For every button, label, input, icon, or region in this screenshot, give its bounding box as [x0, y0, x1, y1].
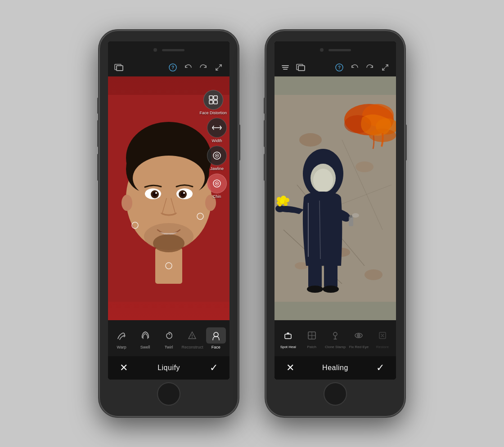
cancel-button-left[interactable]: ✕	[117, 361, 130, 375]
expand-icon[interactable]	[212, 61, 225, 74]
svg-point-31	[153, 234, 184, 252]
twirl-label: Twirl	[165, 345, 173, 349]
svg-point-19	[147, 135, 163, 152]
svg-text:?: ?	[171, 65, 174, 70]
swell-label: Swell	[140, 345, 150, 349]
liquify-title: Liquify	[158, 364, 180, 372]
restore-icon[interactable]	[373, 327, 392, 344]
patch-label: Patch	[307, 345, 316, 349]
svg-rect-37	[209, 96, 213, 99]
jawline-item[interactable]: Jawline	[207, 146, 227, 171]
action-bar-left: ✕ Liquify ✓	[108, 356, 230, 380]
svg-point-32	[122, 195, 132, 211]
width-item[interactable]: Width	[207, 118, 227, 143]
svg-rect-38	[214, 96, 217, 99]
toolbar-right: ?	[274, 58, 396, 76]
svg-point-103	[358, 335, 360, 336]
reconstruct-label: Reconstruct	[181, 345, 203, 349]
svg-point-21	[133, 156, 205, 201]
expand-icon-right[interactable]	[379, 61, 392, 74]
swell-tool[interactable]: Swell	[133, 327, 157, 349]
help-icon[interactable]: ?	[166, 61, 179, 74]
undo-icon-right[interactable]	[348, 61, 361, 74]
svg-point-100	[333, 332, 337, 336]
volume-up-button-right[interactable]	[264, 120, 266, 147]
fix-red-eye-tool[interactable]: Fix Red Eye	[347, 327, 370, 349]
graffiti-photo	[274, 76, 396, 320]
redo-icon-right[interactable]	[364, 61, 376, 74]
speaker-right	[328, 49, 351, 51]
healing-title: Healing	[322, 364, 348, 372]
tools-row: Warp Swell	[108, 320, 230, 356]
power-button-right[interactable]	[405, 125, 407, 161]
width-button[interactable]	[207, 118, 227, 138]
chin-label: Chin	[213, 194, 221, 199]
svg-rect-1	[117, 66, 123, 71]
svg-point-29	[183, 192, 185, 194]
face-label: Face	[212, 345, 220, 349]
face-photo: Face Distortion Width	[108, 76, 230, 320]
confirm-button-right[interactable]: ✓	[374, 361, 387, 375]
camera-icon-right	[320, 48, 324, 52]
chin-item[interactable]: Chin	[207, 174, 227, 199]
screen-right: ?	[274, 41, 396, 380]
clone-stamp-tool[interactable]: Clone Stamp	[324, 327, 347, 349]
face-distortion-label: Face Distortion	[199, 111, 227, 115]
power-button[interactable]	[238, 125, 240, 161]
restore-tool[interactable]: Restore	[371, 327, 394, 349]
width-label: Width	[212, 139, 222, 143]
healing-tools-row: Spot Heal Patch	[274, 320, 396, 356]
patch-icon[interactable]	[302, 327, 322, 344]
svg-point-93	[352, 213, 359, 218]
swell-icon[interactable]	[135, 327, 155, 344]
patch-tool[interactable]: Patch	[300, 327, 323, 349]
home-button-right[interactable]	[324, 382, 347, 406]
graffiti-image-area[interactable]	[274, 76, 396, 320]
svg-point-44	[216, 155, 218, 156]
svg-rect-88	[324, 264, 338, 288]
face-tool[interactable]: Face	[204, 327, 228, 349]
face-distortion-button[interactable]	[203, 90, 223, 110]
layers-icon[interactable]	[279, 61, 292, 74]
face-image-area[interactable]: Face Distortion Width	[108, 76, 230, 320]
restore-label: Restore	[376, 345, 389, 349]
help-icon-right[interactable]: ?	[333, 61, 346, 74]
reconstruct-icon[interactable]	[182, 327, 202, 344]
mute-button-right[interactable]	[264, 98, 266, 114]
volume-down-button-right[interactable]	[264, 154, 266, 181]
volume-up-button[interactable]	[97, 120, 99, 147]
jawline-button[interactable]	[207, 146, 227, 165]
clone-stamp-icon[interactable]	[325, 327, 345, 344]
svg-text:?: ?	[338, 65, 341, 70]
confirm-button-left[interactable]: ✓	[207, 361, 220, 375]
photo-library-icon[interactable]	[112, 61, 125, 74]
svg-point-90	[323, 286, 339, 293]
mute-button[interactable]	[97, 98, 99, 114]
svg-point-25	[155, 192, 157, 194]
jawline-label: Jawline	[210, 166, 224, 171]
face-icon[interactable]	[206, 327, 226, 344]
svg-point-67	[356, 161, 374, 172]
cancel-button-right[interactable]: ✕	[284, 361, 297, 375]
photo-library-icon-right[interactable]	[294, 61, 307, 74]
bottom-tools-left: Warp Swell	[108, 320, 230, 356]
undo-icon[interactable]	[182, 61, 194, 74]
home-button-left[interactable]	[157, 382, 180, 406]
warp-icon[interactable]	[112, 327, 131, 344]
spot-heal-tool[interactable]: Spot Heal	[276, 327, 300, 349]
fix-red-eye-icon[interactable]	[349, 327, 369, 344]
chin-button[interactable]	[207, 174, 227, 193]
svg-rect-8	[155, 248, 182, 284]
svg-point-20	[174, 135, 190, 152]
warp-tool[interactable]: Warp	[110, 327, 133, 349]
redo-icon[interactable]	[197, 61, 210, 74]
reconstruct-tool[interactable]: Reconstruct	[180, 327, 204, 349]
svg-point-47	[216, 183, 218, 184]
face-distortion-item[interactable]: Face Distortion	[199, 90, 227, 115]
spot-heal-icon[interactable]	[278, 327, 298, 344]
svg-point-66	[299, 133, 322, 147]
twirl-icon[interactable]	[159, 327, 179, 344]
volume-down-button[interactable]	[97, 154, 99, 181]
distortion-panel: Face Distortion Width	[199, 90, 227, 199]
twirl-tool[interactable]: Twirl	[157, 327, 180, 349]
